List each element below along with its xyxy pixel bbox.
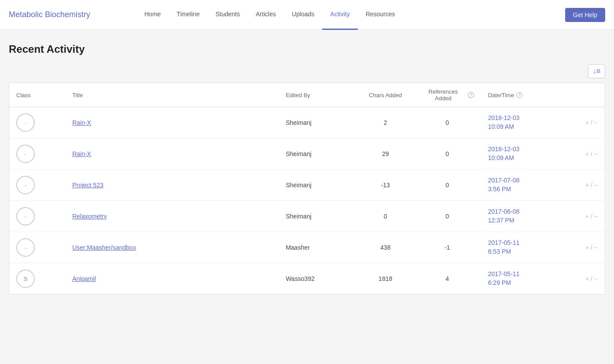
title-link[interactable]: User:Maasher/sandbox <box>72 244 136 251</box>
table-row: - Project 523 Sheimanj -13 0 2017-07-083… <box>9 170 605 201</box>
edited-by-cell: Sheimanj <box>279 170 357 201</box>
minus-action[interactable]: − <box>594 244 598 251</box>
col-header-date-time: Date/Time ? <box>481 83 571 107</box>
plus-action[interactable]: + <box>585 275 589 282</box>
row-actions: +/− <box>578 119 598 126</box>
chars-added-cell: 2 <box>357 107 414 138</box>
brand-title: Metabolic Biochemistry <box>9 10 123 19</box>
class-badge: - <box>16 238 35 257</box>
nav-activity[interactable]: Activity <box>322 0 357 30</box>
row-actions: +/− <box>578 213 598 220</box>
refs-added-cell: 0 <box>414 138 481 170</box>
filter-row: ↓≡ <box>9 64 605 78</box>
nav-home[interactable]: Home <box>136 0 169 30</box>
class-badge: S <box>16 269 35 288</box>
table-row: - Rain-X Sheimanj 29 0 2018-12-0310:09 A… <box>9 138 605 170</box>
edited-by-cell: Maasher <box>279 232 357 263</box>
datetime-help-icon[interactable]: ? <box>516 92 522 98</box>
title-link[interactable]: Rain-X <box>72 150 91 157</box>
nav-timeline[interactable]: Timeline <box>169 0 207 30</box>
minus-action[interactable]: − <box>594 119 598 126</box>
row-actions: +/− <box>578 150 598 157</box>
date-link[interactable]: 2017-06-0812:37 PM <box>488 207 564 225</box>
edited-by-cell: Sheimanj <box>279 107 357 138</box>
plus-action[interactable]: + <box>585 119 589 126</box>
refs-added-cell: 0 <box>414 170 481 201</box>
actions-cell: +/− <box>571 170 605 201</box>
date-cell: 2017-05-116:53 PM <box>481 232 571 263</box>
table-row: - Relaxometry Sheimanj 0 0 2017-06-0812:… <box>9 201 605 232</box>
minus-action[interactable]: − <box>594 182 598 189</box>
date-link[interactable]: 2017-05-116:29 PM <box>488 270 564 287</box>
refs-added-cell: 0 <box>414 201 481 232</box>
date-cell: 2018-12-0310:09 AM <box>481 138 571 170</box>
refs-added-cell: -1 <box>414 232 481 263</box>
plus-action[interactable]: + <box>585 213 589 220</box>
refs-added-cell: 4 <box>414 263 481 295</box>
table-row: - User:Maasher/sandbox Maasher 438 -1 20… <box>9 232 605 263</box>
date-cell: 2017-07-083:56 PM <box>481 170 571 201</box>
col-header-chars-added: Chars Added <box>357 83 414 107</box>
class-badge: - <box>16 207 35 226</box>
col-header-class: Class <box>9 83 66 107</box>
actions-cell: +/− <box>571 263 605 295</box>
title-cell: User:Maasher/sandbox <box>65 232 279 263</box>
date-link[interactable]: 2018-12-0310:09 AM <box>488 114 564 131</box>
date-link[interactable]: 2017-05-116:53 PM <box>488 239 564 256</box>
class-cell: S <box>9 263 66 295</box>
plus-action[interactable]: + <box>585 182 589 189</box>
actions-cell: +/− <box>571 107 605 138</box>
activity-table: Class Title Edited By Chars Added Refere… <box>9 83 605 295</box>
edited-by-cell: Sheimanj <box>279 138 357 170</box>
table-row: S Anipamil Wasso392 1818 4 2017-05-116:2… <box>9 263 605 295</box>
class-cell: - <box>9 201 66 232</box>
date-cell: 2017-06-0812:37 PM <box>481 201 571 232</box>
table-body: - Rain-X Sheimanj 2 0 2018-12-0310:09 AM… <box>9 107 605 295</box>
references-help-icon[interactable]: ? <box>468 92 474 98</box>
title-cell: Relaxometry <box>65 201 279 232</box>
minus-action[interactable]: − <box>594 150 598 157</box>
edited-by-cell: Sheimanj <box>279 201 357 232</box>
page-title: Recent Activity <box>9 43 605 55</box>
nav-students[interactable]: Students <box>208 0 248 30</box>
actions-cell: +/− <box>571 201 605 232</box>
minus-action[interactable]: − <box>594 213 598 220</box>
minus-action[interactable]: − <box>594 275 598 282</box>
plus-action[interactable]: + <box>585 150 589 157</box>
nav-uploads[interactable]: Uploads <box>284 0 322 30</box>
col-header-title: Title <box>65 83 279 107</box>
class-cell: - <box>9 232 66 263</box>
refs-added-cell: 0 <box>414 107 481 138</box>
class-cell: - <box>9 138 66 170</box>
chars-added-cell: 1818 <box>357 263 414 295</box>
row-actions: +/− <box>578 182 598 189</box>
title-link[interactable]: Relaxometry <box>72 213 107 220</box>
col-header-references-added: References Added ? <box>414 83 481 107</box>
date-link[interactable]: 2017-07-083:56 PM <box>488 176 564 193</box>
filter-button[interactable]: ↓≡ <box>588 64 605 78</box>
nav-articles[interactable]: Articles <box>248 0 284 30</box>
title-cell: Rain-X <box>65 107 279 138</box>
class-cell: - <box>9 170 66 201</box>
chars-added-cell: 438 <box>357 232 414 263</box>
date-cell: 2017-05-116:29 PM <box>481 263 571 295</box>
nav-resources[interactable]: Resources <box>358 0 403 30</box>
row-actions: +/− <box>578 275 598 282</box>
title-link[interactable]: Project 523 <box>72 182 103 189</box>
title-cell: Project 523 <box>65 170 279 201</box>
chars-added-cell: 29 <box>357 138 414 170</box>
class-cell: - <box>9 107 66 138</box>
col-header-edited-by: Edited By <box>279 83 357 107</box>
class-badge: - <box>16 176 35 194</box>
row-actions: +/− <box>578 244 598 251</box>
get-help-button[interactable]: Get Help <box>565 8 605 22</box>
plus-action[interactable]: + <box>585 244 589 251</box>
date-link[interactable]: 2018-12-0310:09 AM <box>488 145 564 162</box>
class-badge: - <box>16 145 35 163</box>
title-cell: Rain-X <box>65 138 279 170</box>
table-header: Class Title Edited By Chars Added Refere… <box>9 83 605 107</box>
title-link[interactable]: Anipamil <box>72 275 96 282</box>
table-row: - Rain-X Sheimanj 2 0 2018-12-0310:09 AM… <box>9 107 605 138</box>
title-link[interactable]: Rain-X <box>72 119 91 126</box>
chars-added-cell: 0 <box>357 201 414 232</box>
